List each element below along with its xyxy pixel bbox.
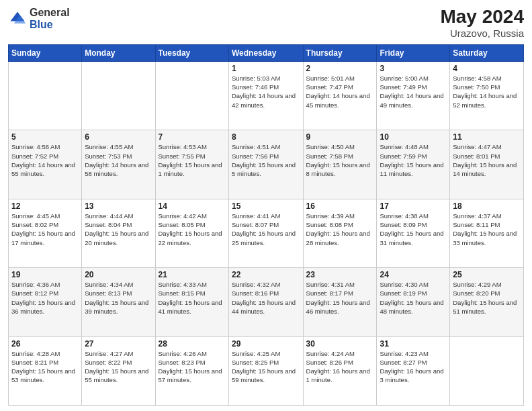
calendar-week-row: 19Sunrise: 4:36 AM Sunset: 8:12 PM Dayli… [9,268,524,336]
title-location: Urazovo, Russia [440,28,524,39]
table-row: 29Sunrise: 4:25 AM Sunset: 8:25 PM Dayli… [228,336,303,405]
day-info: Sunrise: 4:30 AM Sunset: 8:19 PM Dayligh… [380,280,447,316]
table-row: 7Sunrise: 4:53 AM Sunset: 7:55 PM Daylig… [155,130,228,199]
day-number: 5 [11,132,79,142]
day-number: 3 [380,64,447,73]
calendar-week-row: 12Sunrise: 4:45 AM Sunset: 8:02 PM Dayli… [9,199,524,267]
calendar-header-row: Sunday Monday Tuesday Wednesday Thursday… [9,44,524,61]
table-row [155,61,228,130]
day-number: 16 [306,201,374,211]
calendar-week-row: 1Sunrise: 5:03 AM Sunset: 7:46 PM Daylig… [9,61,524,130]
table-row: 20Sunrise: 4:34 AM Sunset: 8:13 PM Dayli… [82,268,155,336]
col-sunday: Sunday [9,44,82,61]
table-row: 5Sunrise: 4:56 AM Sunset: 7:52 PM Daylig… [9,130,82,199]
table-row [450,336,524,405]
day-info: Sunrise: 4:58 AM Sunset: 7:50 PM Dayligh… [453,74,521,109]
day-info: Sunrise: 4:37 AM Sunset: 8:11 PM Dayligh… [453,212,521,247]
day-info: Sunrise: 5:01 AM Sunset: 7:47 PM Dayligh… [306,74,374,109]
day-info: Sunrise: 4:31 AM Sunset: 8:17 PM Dayligh… [306,280,374,316]
table-row: 1Sunrise: 5:03 AM Sunset: 7:46 PM Daylig… [228,61,303,130]
col-saturday: Saturday [450,44,524,61]
table-row: 16Sunrise: 4:39 AM Sunset: 8:08 PM Dayli… [303,199,377,267]
day-number: 17 [380,201,447,211]
logo-icon [8,9,27,28]
day-number: 12 [11,201,79,211]
day-info: Sunrise: 4:36 AM Sunset: 8:12 PM Dayligh… [11,280,79,316]
title-block: May 2024 Urazovo, Russia [440,7,524,39]
day-info: Sunrise: 4:32 AM Sunset: 8:16 PM Dayligh… [232,280,300,316]
day-number: 29 [232,339,300,349]
day-info: Sunrise: 4:47 AM Sunset: 8:01 PM Dayligh… [453,142,521,178]
logo-text: General Blue [30,7,70,30]
table-row: 3Sunrise: 5:00 AM Sunset: 7:49 PM Daylig… [377,61,450,130]
day-info: Sunrise: 5:03 AM Sunset: 7:46 PM Dayligh… [232,74,300,109]
logo-blue-text: Blue [30,19,53,30]
day-number: 4 [453,64,521,73]
day-number: 20 [85,270,152,279]
table-row: 31Sunrise: 4:23 AM Sunset: 8:27 PM Dayli… [377,336,450,405]
day-info: Sunrise: 4:44 AM Sunset: 8:04 PM Dayligh… [85,212,152,247]
logo: General Blue [8,7,70,30]
table-row: 15Sunrise: 4:41 AM Sunset: 8:07 PM Dayli… [228,199,303,267]
day-number: 11 [453,132,521,142]
day-number: 31 [380,339,447,349]
day-info: Sunrise: 4:23 AM Sunset: 8:27 PM Dayligh… [380,349,447,385]
day-number: 2 [306,64,374,73]
col-thursday: Thursday [303,44,377,61]
day-info: Sunrise: 4:53 AM Sunset: 7:55 PM Dayligh… [159,142,226,178]
col-friday: Friday [377,44,450,61]
table-row: 24Sunrise: 4:30 AM Sunset: 8:19 PM Dayli… [377,268,450,336]
calendar-table: Sunday Monday Tuesday Wednesday Thursday… [8,44,524,406]
day-number: 25 [453,270,521,279]
day-number: 26 [11,339,79,349]
day-info: Sunrise: 4:39 AM Sunset: 8:08 PM Dayligh… [306,212,374,247]
table-row: 14Sunrise: 4:42 AM Sunset: 8:05 PM Dayli… [155,199,228,267]
day-number: 28 [159,339,226,349]
table-row: 9Sunrise: 4:50 AM Sunset: 7:58 PM Daylig… [303,130,377,199]
day-number: 7 [159,132,226,142]
table-row: 4Sunrise: 4:58 AM Sunset: 7:50 PM Daylig… [450,61,524,130]
table-row: 23Sunrise: 4:31 AM Sunset: 8:17 PM Dayli… [303,268,377,336]
table-row: 17Sunrise: 4:38 AM Sunset: 8:09 PM Dayli… [377,199,450,267]
day-number: 24 [380,270,447,279]
table-row: 8Sunrise: 4:51 AM Sunset: 7:56 PM Daylig… [228,130,303,199]
day-info: Sunrise: 4:34 AM Sunset: 8:13 PM Dayligh… [85,280,152,316]
day-info: Sunrise: 4:38 AM Sunset: 8:09 PM Dayligh… [380,212,447,247]
day-info: Sunrise: 4:28 AM Sunset: 8:21 PM Dayligh… [11,349,79,385]
col-tuesday: Tuesday [155,44,228,61]
day-info: Sunrise: 4:42 AM Sunset: 8:05 PM Dayligh… [159,212,226,247]
table-row: 11Sunrise: 4:47 AM Sunset: 8:01 PM Dayli… [450,130,524,199]
table-row: 19Sunrise: 4:36 AM Sunset: 8:12 PM Dayli… [9,268,82,336]
day-info: Sunrise: 4:51 AM Sunset: 7:56 PM Dayligh… [232,142,300,178]
day-number: 27 [85,339,152,349]
table-row: 18Sunrise: 4:37 AM Sunset: 8:11 PM Dayli… [450,199,524,267]
table-row: 10Sunrise: 4:48 AM Sunset: 7:59 PM Dayli… [377,130,450,199]
logo-general-text: General [30,7,70,18]
calendar-week-row: 5Sunrise: 4:56 AM Sunset: 7:52 PM Daylig… [9,130,524,199]
table-row: 13Sunrise: 4:44 AM Sunset: 8:04 PM Dayli… [82,199,155,267]
day-number: 6 [85,132,152,142]
day-number: 13 [85,201,152,211]
title-month: May 2024 [440,7,524,28]
day-number: 15 [232,201,300,211]
day-info: Sunrise: 4:48 AM Sunset: 7:59 PM Dayligh… [380,142,447,178]
day-number: 22 [232,270,300,279]
table-row [82,61,155,130]
day-info: Sunrise: 4:33 AM Sunset: 8:15 PM Dayligh… [159,280,226,316]
table-row: 27Sunrise: 4:27 AM Sunset: 8:22 PM Dayli… [82,336,155,405]
table-row: 6Sunrise: 4:55 AM Sunset: 7:53 PM Daylig… [82,130,155,199]
day-info: Sunrise: 4:45 AM Sunset: 8:02 PM Dayligh… [11,212,79,247]
day-info: Sunrise: 5:00 AM Sunset: 7:49 PM Dayligh… [380,74,447,109]
col-monday: Monday [82,44,155,61]
day-info: Sunrise: 4:29 AM Sunset: 8:20 PM Dayligh… [453,280,521,316]
table-row: 2Sunrise: 5:01 AM Sunset: 7:47 PM Daylig… [303,61,377,130]
table-row: 30Sunrise: 4:24 AM Sunset: 8:26 PM Dayli… [303,336,377,405]
day-number: 18 [453,201,521,211]
day-number: 19 [11,270,79,279]
day-number: 9 [306,132,374,142]
day-number: 10 [380,132,447,142]
day-info: Sunrise: 4:25 AM Sunset: 8:25 PM Dayligh… [232,349,300,385]
page: General Blue May 2024 Urazovo, Russia Su… [0,0,532,411]
day-number: 21 [159,270,226,279]
table-row: 12Sunrise: 4:45 AM Sunset: 8:02 PM Dayli… [9,199,82,267]
